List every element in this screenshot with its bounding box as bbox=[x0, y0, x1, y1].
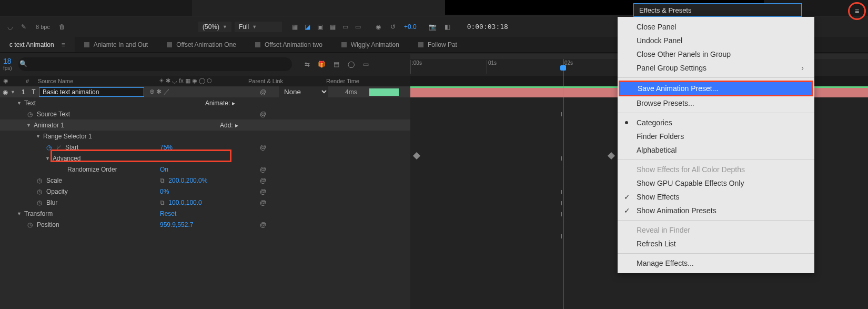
keyframe-icon[interactable] bbox=[608, 152, 615, 160]
prop-text-group[interactable]: ▼ Text Animate: ▸ bbox=[0, 97, 410, 108]
panel-menu-icon[interactable]: ≡ bbox=[855, 7, 859, 15]
stopwatch-icon[interactable]: ◷ bbox=[26, 221, 34, 228]
prop-opacity[interactable]: ◷ Opacity 0% @ bbox=[0, 186, 410, 197]
pickwhip-icon[interactable]: @ bbox=[260, 88, 266, 96]
twirl-icon[interactable]: ▼ bbox=[17, 211, 24, 216]
menu-categories[interactable]: Categories bbox=[618, 116, 814, 129]
frame-indicator[interactable]: 18 fps) bbox=[0, 56, 15, 72]
comp-flowchart-icon[interactable]: ⇆ bbox=[302, 59, 312, 69]
prop-range-selector[interactable]: ▼ Range Selector 1 bbox=[0, 131, 410, 142]
reset-button[interactable]: Reset bbox=[160, 210, 176, 217]
menu-close-panel[interactable]: Close Panel bbox=[618, 20, 814, 34]
prop-value[interactable]: ⧉ 100.0,100.0 bbox=[160, 199, 202, 206]
twirl-icon[interactable]: ▼ bbox=[17, 101, 24, 106]
twirl-icon[interactable]: ▼ bbox=[11, 89, 18, 95]
keyframe-icon[interactable] bbox=[413, 152, 420, 160]
twirl-icon[interactable]: ▼ bbox=[26, 123, 34, 128]
layer-row[interactable]: ◉ ▼ 1 T ⊕ ✱ ／ @ None 4ms bbox=[0, 86, 410, 97]
draft3d-icon[interactable]: 🎁 bbox=[317, 59, 327, 69]
menu-finder-folders[interactable]: Finder Folders bbox=[618, 129, 814, 143]
layer-switches[interactable]: ⊕ ✱ ／ bbox=[149, 87, 170, 96]
menu-panel-group-settings[interactable]: Panel Group Settings › bbox=[618, 61, 814, 75]
twirl-icon[interactable]: ▼ bbox=[36, 134, 43, 139]
timecode-display[interactable]: 0:00:03:18 bbox=[467, 23, 508, 31]
link-icon[interactable]: ⧉ bbox=[160, 177, 165, 184]
expression-pickwhip-icon[interactable]: @ bbox=[260, 221, 266, 228]
bpc-indicator[interactable]: 8 bpc bbox=[33, 23, 53, 31]
visibility-toggle[interactable]: ◉ bbox=[0, 88, 11, 96]
menu-reveal-in-finder[interactable]: Reveal in Finder bbox=[618, 223, 814, 237]
expression-pickwhip-icon[interactable]: @ bbox=[260, 111, 266, 118]
prop-value[interactable]: 75% bbox=[160, 144, 173, 151]
expression-pickwhip-icon[interactable]: @ bbox=[260, 188, 266, 195]
safe-zones-icon[interactable]: ▣ bbox=[315, 21, 326, 33]
motion-blur-icon[interactable]: ◯ bbox=[347, 59, 356, 69]
ruler-icon[interactable]: ▭ bbox=[352, 21, 364, 33]
playhead[interactable] bbox=[563, 59, 563, 309]
parent-dropdown[interactable]: None bbox=[279, 86, 328, 97]
prop-transform-group[interactable]: ▼ Transform Reset bbox=[0, 208, 410, 219]
menu-refresh-list[interactable]: Refresh List bbox=[618, 237, 814, 251]
snapshot-icon[interactable]: 📷 bbox=[427, 21, 439, 33]
frame-blend-icon[interactable]: ▤ bbox=[332, 59, 341, 69]
effects-presets-panel-tab[interactable]: Effects & Presets bbox=[633, 3, 802, 17]
tab-offset-one[interactable]: Offset Animation One bbox=[157, 37, 246, 52]
menu-show-all-color-depths[interactable]: Show Effects for All Color Depths bbox=[618, 163, 814, 176]
menu-show-effects[interactable]: ✓ Show Effects bbox=[618, 190, 814, 204]
prop-position[interactable]: ◷ Position 959.9,552.7 @ bbox=[0, 219, 410, 230]
prop-source-text[interactable]: ◷ Source Text @ bbox=[0, 108, 410, 119]
resolution-dropdown[interactable]: Full ▼ bbox=[235, 22, 282, 32]
stopwatch-icon[interactable]: ◷ bbox=[36, 199, 43, 206]
color-mgmt-icon[interactable]: ◉ bbox=[372, 21, 384, 33]
menu-manage-effects[interactable]: Manage Effects... bbox=[618, 256, 814, 270]
menu-show-animation-presets[interactable]: ✓ Show Animation Presets bbox=[618, 204, 814, 217]
expression-pickwhip-icon[interactable]: @ bbox=[260, 177, 266, 184]
stopwatch-icon[interactable]: ◷ bbox=[26, 111, 34, 118]
tab-menu-icon[interactable]: ≡ bbox=[62, 41, 65, 48]
expression-pickwhip-icon[interactable]: @ bbox=[260, 166, 266, 173]
prop-randomize-order[interactable]: Randomize Order On @ bbox=[0, 164, 410, 175]
menu-show-gpu-effects[interactable]: Show GPU Capable Effects Only bbox=[618, 176, 814, 190]
twirl-icon[interactable]: ▼ bbox=[45, 156, 53, 161]
prop-start[interactable]: ◷ ⩗ Start 75% @ bbox=[0, 142, 410, 153]
menu-alphabetical[interactable]: Alphabetical bbox=[618, 143, 814, 157]
exposure-value[interactable]: +0.0 bbox=[404, 23, 417, 31]
tab-animate-in-out[interactable]: Aniamte In and Out bbox=[75, 37, 157, 52]
pen-icon[interactable]: ✎ bbox=[19, 22, 28, 32]
mask-toggle-icon[interactable]: ◪ bbox=[302, 21, 314, 33]
link-icon[interactable]: ⧉ bbox=[160, 199, 165, 206]
tab-wiggly[interactable]: Wiggly Animation bbox=[332, 37, 409, 52]
prop-blur[interactable]: ◷ Blur ⧉ 100.0,100.0 @ bbox=[0, 197, 410, 208]
prop-value[interactable]: ⧉ 200.0,200.0% bbox=[160, 177, 207, 184]
menu-browse-presets[interactable]: Browse Presets... bbox=[618, 96, 814, 110]
stopwatch-icon[interactable]: ◷ bbox=[45, 144, 53, 151]
graph-editor-icon[interactable]: ▭ bbox=[361, 59, 371, 69]
prop-scale[interactable]: ◷ Scale ⧉ 200.0,200.0% @ bbox=[0, 175, 410, 186]
menu-close-other-panels[interactable]: Close Other Panels in Group bbox=[618, 47, 814, 61]
tab-text-animation[interactable]: c text Animation ≡ bbox=[0, 37, 75, 52]
trash-icon[interactable]: 🗑 bbox=[57, 22, 67, 32]
animate-menu-button[interactable]: Animate: ▸ bbox=[205, 99, 235, 107]
transparency-grid-icon[interactable]: ▦ bbox=[289, 21, 301, 33]
reset-exposure-icon[interactable]: ↺ bbox=[387, 21, 399, 33]
menu-save-animation-preset[interactable]: Save Animation Preset... bbox=[619, 81, 813, 96]
zoom-dropdown[interactable]: (50%) ▼ bbox=[198, 22, 231, 32]
layer-search-input[interactable] bbox=[18, 57, 292, 71]
prop-value[interactable]: 959.9,552.7 bbox=[160, 221, 193, 228]
flow-icon[interactable]: ◡ bbox=[5, 22, 15, 32]
graph-icon[interactable]: ⩗ bbox=[56, 144, 62, 151]
tab-follow-path[interactable]: Follow Pat bbox=[409, 37, 467, 52]
stopwatch-icon[interactable]: ◷ bbox=[36, 188, 43, 195]
grid-icon[interactable]: ▦ bbox=[327, 21, 339, 33]
stopwatch-icon[interactable]: ◷ bbox=[36, 177, 43, 184]
prop-animator-group[interactable]: ▼ Animator 1 Add: ▸ bbox=[0, 119, 410, 131]
show-snapshot-icon[interactable]: ◧ bbox=[442, 21, 453, 33]
layer-name-input[interactable] bbox=[39, 87, 144, 97]
tab-offset-two[interactable]: Offset Animation two bbox=[246, 37, 332, 52]
expression-pickwhip-icon[interactable]: @ bbox=[260, 199, 266, 206]
prop-value[interactable]: 0% bbox=[160, 188, 169, 195]
prop-advanced-group[interactable]: ▼ Advanced bbox=[0, 153, 410, 164]
guides-icon[interactable]: ▭ bbox=[340, 21, 351, 33]
prop-value[interactable]: On bbox=[160, 166, 168, 173]
expression-pickwhip-icon[interactable]: @ bbox=[260, 144, 266, 151]
